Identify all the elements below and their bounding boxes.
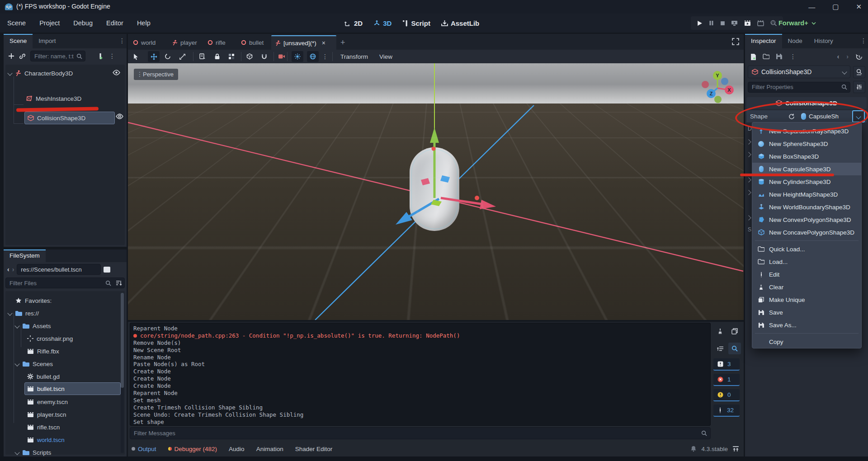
menu-item-new-capsuleshape3d[interactable]: New CapsuleShape3D <box>752 163 861 175</box>
save-icon[interactable] <box>776 53 782 60</box>
tab-shader-editor[interactable]: Shader Editor <box>295 446 333 452</box>
close-tab-icon[interactable]: × <box>322 39 326 47</box>
revert-property-icon[interactable] <box>788 113 795 120</box>
tab-filesystem[interactable]: FileSystem <box>4 249 46 262</box>
file-row-enemy-tscn[interactable]: enemy.tscn <box>27 396 68 408</box>
edited-object-selector[interactable]: CollisionShape3D <box>748 66 850 78</box>
group-icon[interactable] <box>226 51 237 62</box>
tab-audio[interactable]: Audio <box>229 446 245 452</box>
history-forward-icon[interactable]: › <box>846 53 849 60</box>
file-row-favorites[interactable]: Favorites: <box>15 295 52 306</box>
menu-item-make-unique[interactable]: Make Unique <box>752 293 861 306</box>
collapse-icon[interactable] <box>14 450 19 455</box>
file-row-res[interactable]: res:// <box>8 307 39 319</box>
expand-bottom-panel-icon[interactable] <box>732 446 739 452</box>
resource-options-icon[interactable]: ⋮ <box>788 50 797 63</box>
tab-history[interactable]: History <box>808 34 839 48</box>
history-back-icon[interactable]: ‹ <box>837 53 840 60</box>
menu-item-new-heightmapshape3d[interactable]: New HeightMapShape3D <box>752 188 861 201</box>
file-row-rifle-fbx[interactable]: Rifle.fbx <box>27 345 59 357</box>
filter-properties-input[interactable] <box>748 82 850 93</box>
tab-node[interactable]: Node <box>782 34 808 48</box>
toggle-split-mode-button[interactable] <box>104 267 110 273</box>
scene-tab-player[interactable]: player <box>172 35 197 50</box>
scene-tab-unsaved-active[interactable]: [unsaved](*) × <box>271 35 336 50</box>
scene-tab-world[interactable]: world <box>133 35 156 50</box>
minimize-button[interactable]: — <box>808 3 815 11</box>
preview-sun-icon[interactable] <box>292 51 303 62</box>
menu-item-edit[interactable]: Edit <box>752 268 861 281</box>
view-menu[interactable]: View <box>379 50 392 63</box>
menu-help[interactable]: Help <box>137 19 151 27</box>
attach-script-icon[interactable] <box>97 53 103 60</box>
scene-tab-rifle[interactable]: rifle <box>208 35 226 50</box>
scene-dock-menu-icon[interactable]: ⋮ <box>118 34 127 48</box>
collapse-icon[interactable] <box>14 361 19 366</box>
menu-item-copy[interactable]: Copy <box>752 335 861 348</box>
property-tools-icon[interactable] <box>853 81 865 93</box>
object-history-icon[interactable] <box>856 53 863 60</box>
workspace-2d[interactable]: 2D <box>344 19 363 27</box>
tree-node-characterbody3d[interactable]: CharacterBody3D <box>8 67 124 79</box>
add-node-button[interactable] <box>8 53 14 59</box>
local-space-icon[interactable] <box>244 51 255 62</box>
menu-item-save[interactable]: Save <box>752 306 861 319</box>
menu-item-new-cylindershape3d[interactable]: New CylinderShape3D <box>752 175 861 188</box>
collapse-icon[interactable] <box>7 71 12 75</box>
remote-debug-icon[interactable] <box>731 20 738 26</box>
tab-animation[interactable]: Animation <box>256 446 283 452</box>
visibility-toggle-icon[interactable] <box>116 113 123 119</box>
viewport-3d[interactable]: Y X Z ⋮ Perspective <box>128 63 744 320</box>
output-log[interactable]: Reparent Node core/string/node_path.cpp:… <box>130 323 711 426</box>
rotate-tool-icon[interactable] <box>162 51 174 62</box>
tab-scene[interactable]: Scene <box>4 34 33 48</box>
file-row-world-tscn[interactable]: world.tscn <box>27 434 65 446</box>
play-button[interactable] <box>697 20 703 26</box>
nav-forward-icon[interactable]: › <box>12 266 14 273</box>
file-row-bullet-gd[interactable]: bullet.gd <box>27 371 60 382</box>
scale-tool-icon[interactable] <box>176 51 188 62</box>
clear-output-icon[interactable] <box>714 325 726 337</box>
menu-item-save-as[interactable]: Save As... <box>752 319 861 331</box>
file-row-assets[interactable]: Assets <box>15 320 51 332</box>
renderer-selector[interactable]: Forward+ <box>778 14 816 33</box>
warning-count-badge[interactable]: 0 <box>713 389 740 401</box>
menu-item-new-concavepolygonshape3d[interactable]: New ConcavePolygonShape3D <box>752 226 861 239</box>
edit-count-badge[interactable]: 32 <box>713 405 740 417</box>
move-tool-icon[interactable] <box>148 51 160 62</box>
menu-item-clear[interactable]: Clear <box>752 281 861 293</box>
tree-node-meshinstance3d[interactable]: MeshInstance3D <box>26 93 124 104</box>
filesystem-scrollbar[interactable] <box>121 293 124 453</box>
select-tool-icon[interactable] <box>130 51 142 62</box>
tab-inspector[interactable]: Inspector <box>745 34 782 48</box>
collapse-icon[interactable] <box>14 323 19 328</box>
maximize-button[interactable]: ▢ <box>832 3 839 11</box>
file-row-player-tscn[interactable]: player.tscn <box>27 409 66 420</box>
transform-menu[interactable]: Transform <box>340 50 368 63</box>
filter-messages-input[interactable] <box>130 427 711 439</box>
visibility-toggle-icon[interactable] <box>113 70 120 75</box>
menu-scene[interactable]: Scene <box>7 19 26 27</box>
scene-tree-menu-icon[interactable]: ⋮ <box>108 49 117 63</box>
new-scene-tab-button[interactable]: + <box>340 35 345 50</box>
list-select-icon[interactable] <box>197 51 208 62</box>
tab-debugger[interactable]: Debugger (482) <box>168 446 217 452</box>
play-scene-button[interactable] <box>744 20 751 26</box>
menu-editor[interactable]: Editor <box>106 19 123 27</box>
load-resource-icon[interactable] <box>763 54 769 59</box>
current-path-field[interactable] <box>17 264 101 275</box>
movie-maker-icon[interactable] <box>770 20 777 26</box>
file-row-rifle-tscn[interactable]: rifle.tscn <box>27 421 60 433</box>
menu-item-new-sphereshape3d[interactable]: New SphereShape3D <box>752 137 861 150</box>
workspace-3d[interactable]: 3D <box>373 19 392 27</box>
new-resource-icon[interactable] <box>750 53 756 60</box>
scene-tab-bullet[interactable]: bullet <box>241 35 264 50</box>
tab-import[interactable]: Import <box>33 34 61 48</box>
shape-resource-value[interactable]: CapsuleSh <box>801 113 839 120</box>
open-docs-icon[interactable] <box>853 66 865 78</box>
viewport-options-icon[interactable]: ⋮ <box>321 51 329 62</box>
play-custom-scene-button[interactable] <box>757 20 764 26</box>
preview-camera-icon[interactable] <box>276 51 288 62</box>
close-button[interactable]: ✕ <box>856 3 862 11</box>
move-gizmo[interactable]: Y X Z <box>128 63 744 320</box>
